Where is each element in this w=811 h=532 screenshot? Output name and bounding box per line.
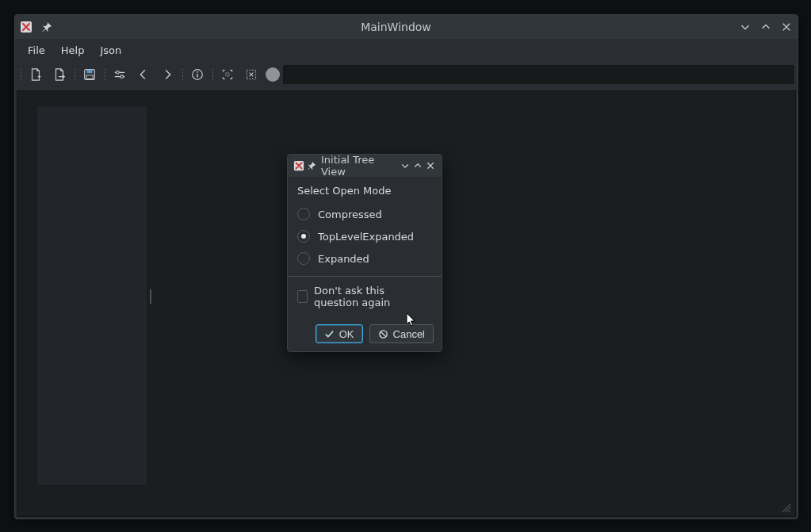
- pin-icon[interactable]: [305, 159, 318, 172]
- nav-back-icon[interactable]: [132, 64, 155, 85]
- checkbox-label: Don't ask this question again: [314, 285, 432, 308]
- window-titlebar[interactable]: MainWindow: [15, 15, 798, 39]
- dialog-button-row: OK Cancel: [288, 316, 442, 351]
- radio-icon: [297, 230, 310, 243]
- toolbar-grip-icon[interactable]: [18, 67, 23, 82]
- radio-top-level-expanded[interactable]: TopLevelExpanded: [297, 225, 432, 247]
- toolbar-grip-icon[interactable]: [180, 67, 185, 82]
- dont-ask-checkbox[interactable]: Don't ask this question again: [297, 285, 432, 308]
- svg-point-7: [197, 71, 198, 73]
- minimize-icon[interactable]: [739, 21, 752, 33]
- initial-tree-view-dialog: Initial Tree View Select Open Mode Compr…: [287, 154, 442, 352]
- toolbar-grip-icon[interactable]: [72, 67, 77, 82]
- svg-rect-2: [86, 70, 92, 74]
- ok-button-label: OK: [339, 328, 354, 340]
- cancel-icon: [378, 329, 388, 339]
- resize-grip-icon[interactable]: [781, 503, 792, 514]
- menu-json[interactable]: Json: [94, 41, 128, 59]
- maximize-icon[interactable]: [411, 159, 424, 172]
- info-icon[interactable]: [186, 64, 208, 85]
- svg-point-5: [121, 75, 124, 78]
- radio-label: Expanded: [318, 253, 369, 265]
- svg-rect-3: [86, 75, 93, 79]
- app-icon: [293, 159, 305, 172]
- ok-button[interactable]: OK: [316, 324, 363, 343]
- sliders-icon[interactable]: [109, 64, 131, 85]
- toolbar-grip-icon[interactable]: [102, 67, 107, 82]
- checkbox-icon: [297, 290, 308, 303]
- menu-help[interactable]: Help: [55, 41, 91, 59]
- color-indicator-icon[interactable]: [266, 67, 280, 82]
- close-icon[interactable]: [424, 159, 437, 172]
- radio-icon: [297, 252, 310, 265]
- minimize-icon[interactable]: [399, 159, 411, 172]
- window-title: MainWindow: [53, 21, 739, 33]
- dialog-body: Select Open Mode Compressed TopLevelExpa…: [288, 177, 442, 316]
- radio-compressed[interactable]: Compressed: [297, 203, 432, 225]
- dialog-prompt: Select Open Mode: [297, 185, 432, 197]
- cancel-button-label: Cancel: [393, 328, 425, 340]
- toolbar-input[interactable]: [283, 65, 794, 84]
- maximize-icon[interactable]: [759, 21, 772, 33]
- radio-label: TopLevelExpanded: [318, 231, 414, 243]
- clear-selection-icon[interactable]: [240, 64, 262, 85]
- divider: [288, 276, 442, 277]
- document-export-icon[interactable]: [48, 64, 71, 85]
- document-new-icon[interactable]: [25, 64, 47, 85]
- radio-icon: [297, 208, 310, 220]
- close-icon[interactable]: [780, 21, 793, 33]
- menubar: File Help Json: [15, 39, 798, 61]
- pin-icon[interactable]: [40, 21, 53, 33]
- app-icon: [20, 21, 33, 33]
- menu-file[interactable]: File: [21, 41, 52, 59]
- save-icon[interactable]: [78, 64, 101, 85]
- radio-expanded[interactable]: Expanded: [297, 247, 432, 270]
- dialog-titlebar[interactable]: Initial Tree View: [288, 155, 442, 177]
- cancel-button[interactable]: Cancel: [369, 324, 434, 343]
- svg-point-4: [117, 71, 120, 75]
- svg-rect-8: [226, 73, 229, 76]
- side-panel[interactable]: [36, 105, 147, 486]
- toolbar: [15, 61, 798, 87]
- fit-selection-icon[interactable]: [216, 64, 239, 85]
- radio-label: Compressed: [318, 209, 382, 220]
- toolbar-grip-icon[interactable]: [210, 67, 215, 82]
- dialog-title: Initial Tree View: [318, 154, 399, 178]
- splitter-handle[interactable]: [149, 288, 152, 305]
- nav-forward-icon[interactable]: [156, 64, 178, 85]
- check-icon: [324, 329, 335, 339]
